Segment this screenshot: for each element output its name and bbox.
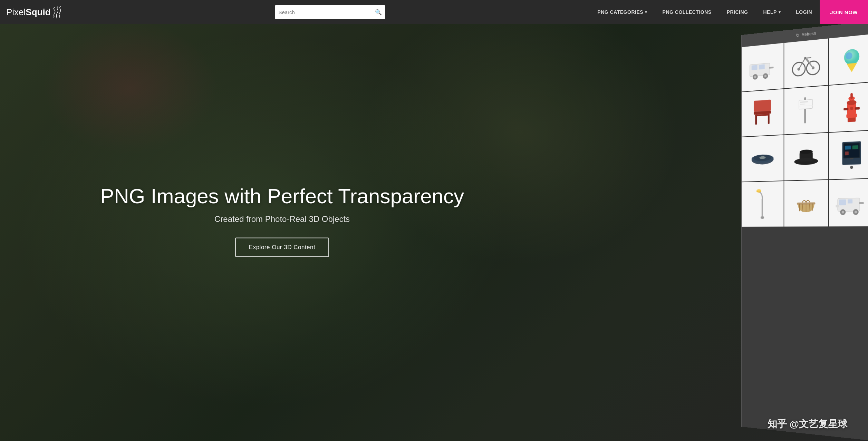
refresh-icon: ↻	[796, 32, 800, 38]
svg-point-11	[798, 68, 800, 71]
chevron-down-icon: ▾	[779, 10, 781, 14]
ps-cell-hat	[784, 133, 828, 180]
ps-cell-trailer	[742, 43, 783, 92]
svg-point-66	[841, 211, 844, 213]
svg-rect-6	[751, 65, 757, 70]
ps-cell-bicycle	[784, 39, 828, 88]
ps-cell-panel	[829, 130, 868, 179]
ps-cell-streetlamp	[742, 181, 783, 227]
refresh-button[interactable]: ↻ Refresh	[796, 30, 816, 38]
hero-title: PNG Images with Perfect Transparency	[14, 184, 550, 208]
nav-item-pricing[interactable]: PRICING	[719, 0, 756, 24]
logo-text: PixelSquid	[6, 7, 51, 18]
ps-cell-hydrant	[829, 82, 868, 132]
ps-cell-chair	[742, 89, 783, 137]
svg-rect-52	[762, 198, 763, 219]
svg-rect-17	[754, 100, 771, 112]
nav-item-png-collections[interactable]: PNG COLLECTIONS	[655, 0, 719, 24]
ps-cell-basket	[784, 180, 828, 227]
svg-rect-64	[848, 199, 852, 203]
svg-marker-15	[847, 63, 857, 72]
svg-point-43	[794, 157, 818, 165]
join-now-button[interactable]: JOIN NOW	[820, 0, 868, 24]
svg-rect-33	[843, 108, 848, 110]
nav-links: PNG CATEGORIES ▾ PNG COLLECTIONS PRICING…	[590, 0, 868, 24]
logo-squid-icon	[51, 6, 64, 19]
svg-rect-70	[836, 205, 839, 207]
nav-item-help[interactable]: HELP ▾	[755, 0, 788, 24]
photoshop-panel: ↻ Refresh	[741, 21, 868, 441]
search-icon: 🔍	[375, 9, 382, 16]
watermark: 知乎 @文艺复星球	[768, 418, 847, 431]
hero-subtitle: Created from Photo-Real 3D Objects	[14, 214, 550, 224]
ps-cell-camper	[829, 179, 868, 226]
navbar: PixelSquid 🔍 PNG CATEGORIES ▾ PNG COLLEC…	[0, 0, 868, 24]
logo[interactable]: PixelSquid	[6, 6, 64, 19]
login-button[interactable]: LOGIN	[788, 0, 820, 24]
svg-rect-49	[845, 146, 851, 150]
chevron-down-icon: ▾	[645, 10, 647, 14]
svg-rect-63	[839, 199, 846, 205]
svg-rect-7	[759, 64, 765, 69]
ps-cell-disc	[742, 135, 783, 182]
hero-section: PNG Images with Perfect Transparency Cre…	[0, 0, 868, 441]
svg-rect-51	[845, 151, 849, 155]
explore-cta-button[interactable]: Explore Our 3D Content	[235, 238, 329, 257]
svg-rect-32	[850, 93, 853, 99]
ps-cell-icecream	[829, 34, 868, 85]
ps-image-grid	[742, 34, 868, 227]
hero-content: PNG Images with Perfect Transparency Cre…	[0, 184, 564, 257]
svg-rect-48	[850, 158, 853, 159]
ps-cell-sign	[784, 86, 828, 134]
svg-point-47	[850, 166, 853, 169]
search-input[interactable]	[278, 9, 373, 15]
svg-rect-50	[852, 145, 858, 149]
search-bar[interactable]: 🔍	[275, 5, 385, 19]
nav-item-png-categories[interactable]: PNG CATEGORIES ▾	[590, 0, 655, 24]
svg-rect-34	[855, 107, 860, 110]
svg-rect-69	[859, 202, 864, 204]
svg-rect-55	[761, 216, 764, 219]
svg-point-68	[855, 210, 857, 213]
